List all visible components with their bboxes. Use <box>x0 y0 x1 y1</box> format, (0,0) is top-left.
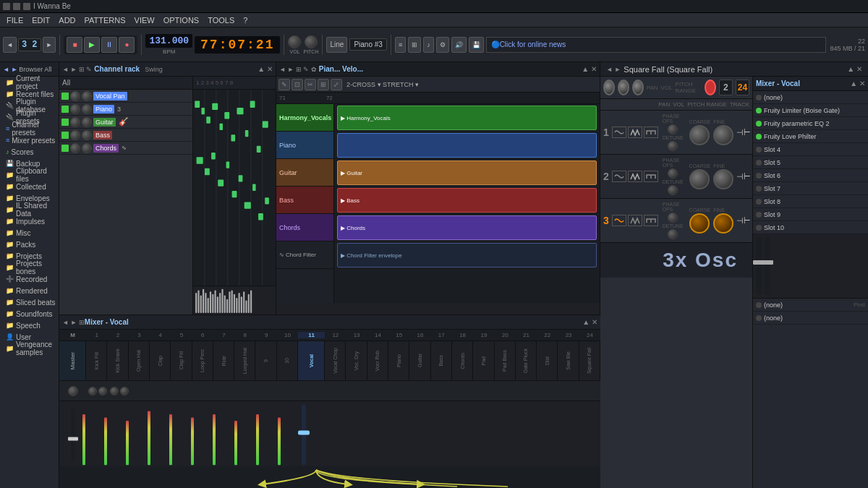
mixer-vocal-cell[interactable]: Vocal <box>298 341 325 380</box>
stop-button[interactable]: ■ <box>67 37 82 53</box>
fx-slot-love-philter[interactable]: Fruity Love Philter <box>753 130 868 143</box>
sidebar-item-misc[interactable]: 📁 Misc <box>0 227 59 239</box>
synth-nav-btn[interactable]: ◄ ► <box>606 66 621 73</box>
ch-name-label[interactable]: Guitar <box>93 118 116 127</box>
fx-slot-5[interactable]: Slot 5 <box>753 156 868 169</box>
synth-color-btn[interactable] <box>705 80 716 95</box>
pr-tool-1[interactable]: ✎ <box>278 79 290 90</box>
pr-nav-btn[interactable]: ◄ ► ⊞ ✎ ✿ <box>279 66 317 73</box>
osc-wave-sine[interactable] <box>612 127 626 138</box>
mixer-close[interactable]: ▲ ✕ <box>582 318 597 326</box>
osc-3-coarse-knob[interactable] <box>689 213 710 234</box>
osc-2-wave-sine[interactable] <box>612 171 626 182</box>
pr-track-bass[interactable]: Bass <box>276 187 333 214</box>
sidebar-item-current-project[interactable]: 📁 Current project <box>0 77 59 88</box>
menu-patterns[interactable]: PATTERNS <box>81 14 129 26</box>
ch-vol-knob[interactable] <box>82 130 92 140</box>
mixer-track-cell[interactable]: Clap <box>150 341 171 380</box>
osc-1-detune-knob[interactable] <box>668 141 678 151</box>
record-button[interactable]: ● <box>119 37 135 53</box>
ch-mute-btn[interactable] <box>61 132 69 139</box>
menu-help[interactable]: ? <box>239 14 251 26</box>
mixer-track-cell[interactable]: Open Hat <box>129 341 150 380</box>
osc-3-phase-knob[interactable] <box>668 213 678 223</box>
pattern-next-button[interactable]: ► <box>43 37 56 53</box>
osc-2-reverse-btn[interactable]: ⊣⊢ <box>736 172 751 181</box>
ch-vol-knob[interactable] <box>82 117 92 127</box>
fx-slot-none-top[interactable]: (none) <box>753 91 868 104</box>
ch-vol-knob[interactable] <box>82 143 92 153</box>
fx-fader-1[interactable] <box>756 237 762 295</box>
pr-tool-2[interactable]: ⊡ <box>292 79 303 90</box>
mixer-track-cell[interactable]: Square Fall <box>579 341 600 380</box>
fx-bottom-slot-1[interactable]: (none) Post <box>753 299 868 312</box>
osc-wave-triangle[interactable] <box>628 127 642 138</box>
fx-slot-4[interactable]: Slot 4 <box>753 143 868 156</box>
sidebar-item-sliced[interactable]: 📁 Sliced beats <box>0 296 59 308</box>
piano-selector[interactable]: Piano #3 <box>349 38 386 51</box>
pr-block-piano[interactable] <box>337 133 597 158</box>
close-button[interactable] <box>23 3 30 10</box>
master-volume-knob[interactable] <box>288 35 301 48</box>
synth-close[interactable]: ▲ ✕ <box>847 65 862 73</box>
mixer-track-cell[interactable]: Kick Fill <box>86 341 107 380</box>
pattern-prev-button[interactable]: ◄ <box>3 37 17 53</box>
toolbar-btn-5[interactable]: 🔊 <box>451 37 467 53</box>
pr-block-chord-filter[interactable]: ▶ Chord Filter envelope <box>337 243 597 267</box>
channel-row-piano[interactable]: Piano 3 <box>59 103 192 116</box>
channel-row-guitar[interactable]: Guitar 🎸 <box>59 116 192 129</box>
piano-roll-grid[interactable]: 1 2 3 4 5 6 7 8 <box>193 77 276 314</box>
toolbar-btn-4[interactable]: ⚙ <box>436 37 449 53</box>
mixer-knob[interactable] <box>98 387 107 395</box>
menu-options[interactable]: OPTIONS <box>160 14 203 26</box>
mixer-track-cell[interactable]: Bass <box>431 341 452 380</box>
channel-row-vocal-pan[interactable]: Vocal Pan <box>59 90 192 103</box>
mixer-track-cell[interactable]: Kick Snare <box>107 341 128 380</box>
ch-name-label[interactable]: Chords <box>93 144 119 153</box>
pr-tool-5[interactable]: ⤢ <box>331 79 342 90</box>
ch-pan-knob[interactable] <box>70 143 80 153</box>
osc-3-wave-triangle[interactable] <box>628 215 642 226</box>
ch-mute-btn[interactable] <box>61 119 69 126</box>
osc-wave-square[interactable] <box>644 127 658 138</box>
sidebar-item-projects-bones[interactable]: 📁 Projects bones <box>0 262 59 273</box>
osc-1-reverse-btn[interactable]: ⊣⊢ <box>736 128 751 137</box>
mixer-track-cell[interactable]: Voc. Dry <box>346 341 367 380</box>
fx-panel-close[interactable]: ▲ ✕ <box>850 80 865 87</box>
pr-tool-4[interactable]: ⊞ <box>318 79 329 90</box>
sidebar-item-rendered[interactable]: 📁 Rendered <box>0 285 59 296</box>
mixer-master-label-cell[interactable]: Master <box>59 341 86 380</box>
piano-roll-close[interactable]: ▲ ✕ <box>582 65 597 73</box>
pr-block-bass[interactable]: ▶ Bass <box>337 188 597 213</box>
pr-track-chord-filter[interactable]: ∿ Chord Filter <box>276 241 333 269</box>
synth-pan-knob[interactable] <box>603 80 615 95</box>
sidebar-item-speech[interactable]: 📁 Speech <box>0 320 59 331</box>
ch-vol-knob[interactable] <box>82 104 92 114</box>
menu-file[interactable]: FILE <box>3 14 27 26</box>
osc-3-detune-knob[interactable] <box>668 229 678 239</box>
menu-edit[interactable]: EDIT <box>28 14 54 26</box>
osc-2-wave-triangle[interactable] <box>628 171 642 182</box>
ch-name-label[interactable]: Bass <box>93 131 112 140</box>
osc-2-wave-square[interactable] <box>644 171 658 182</box>
mixer-knob[interactable] <box>110 387 119 395</box>
fx-slot-6[interactable]: Slot 6 <box>753 169 868 182</box>
pr-track-chords[interactable]: Chords <box>276 214 333 241</box>
ch-pan-knob[interactable] <box>70 91 80 101</box>
osc-3-wave-square[interactable] <box>644 215 658 226</box>
mixer-track-cell[interactable]: Pad <box>473 341 494 380</box>
master-pitch-knob[interactable] <box>305 35 318 48</box>
mixer-track-cell[interactable]: Clap Fill <box>171 341 192 380</box>
ch-vol-knob[interactable] <box>82 91 92 101</box>
note-grid[interactable] <box>193 90 276 314</box>
osc-3-fine-knob[interactable] <box>713 213 733 234</box>
mixer-track-cell[interactable]: Dist <box>537 341 558 380</box>
line-tool-button[interactable]: Line <box>326 37 347 53</box>
osc-2-fine-knob[interactable] <box>713 169 733 189</box>
mixer-track-cell[interactable]: Loop Perc <box>192 341 213 380</box>
fx-slot-8[interactable]: Slot 8 <box>753 195 868 208</box>
ch-pan-knob[interactable] <box>70 104 80 114</box>
menu-add[interactable]: ADD <box>55 14 79 26</box>
mixer-knob[interactable] <box>68 386 78 396</box>
mixer-track-cell[interactable]: Pad Bass <box>495 341 516 380</box>
